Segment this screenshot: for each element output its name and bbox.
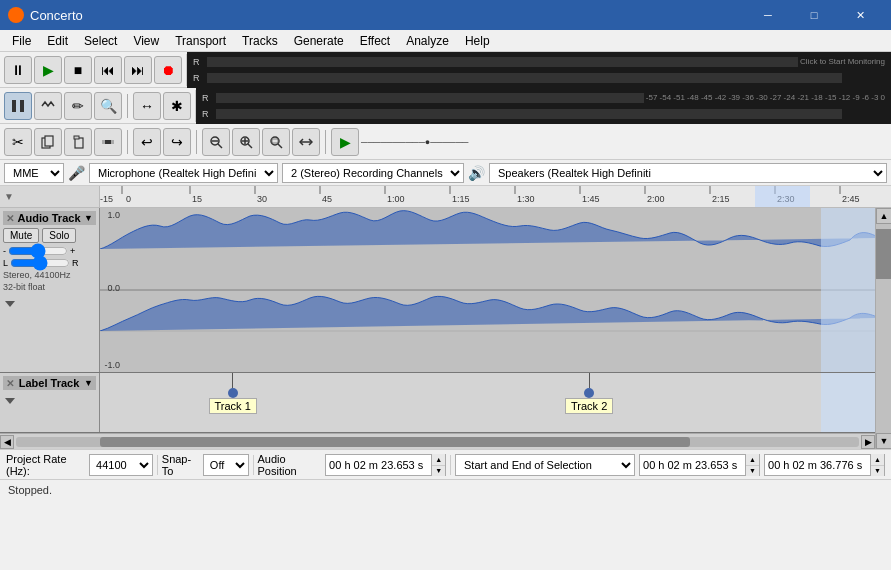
menu-edit[interactable]: Edit [39, 32, 76, 50]
hscroll-thumb[interactable] [100, 437, 690, 447]
play-button[interactable]: ▶ [34, 56, 62, 84]
record-button[interactable]: ⏺ [154, 56, 182, 84]
undo-button[interactable]: ↩ [133, 128, 161, 156]
label2-text[interactable]: Track 2 [565, 398, 613, 414]
tb-sep3 [196, 130, 197, 154]
bottom-controls: Project Rate (Hz): 44100 Snap-To Off Aud… [0, 449, 891, 479]
solo-button[interactable]: Solo [42, 228, 76, 243]
channels-select[interactable]: 2 (Stereo) Recording Channels [282, 163, 464, 183]
menu-transport[interactable]: Transport [167, 32, 234, 50]
zoom-tool-button[interactable]: 🔍 [94, 92, 122, 120]
toolbar-row1: ⏸ ▶ ■ ⏮ ⏭ ⏺ R Click to Start Monitoring … [0, 52, 891, 88]
api-select[interactable]: MME [4, 163, 64, 183]
label1-dot[interactable] [228, 388, 238, 398]
zoom-sel-button[interactable] [262, 128, 290, 156]
menu-file[interactable]: File [4, 32, 39, 50]
hscroll-track[interactable] [16, 437, 859, 447]
cut-button[interactable]: ✂ [4, 128, 32, 156]
svg-rect-7 [105, 140, 111, 144]
project-rate-select[interactable]: 44100 [89, 454, 153, 476]
label-track-2: Track 2 [565, 373, 613, 432]
hscroll-right-btn[interactable]: ▶ [861, 435, 875, 449]
close-button[interactable]: ✕ [837, 0, 883, 30]
menu-view[interactable]: View [125, 32, 167, 50]
menu-analyze[interactable]: Analyze [398, 32, 457, 50]
audio-pos-input[interactable]: ▲ ▼ [325, 454, 446, 476]
svg-rect-3 [45, 136, 53, 146]
vscroll-down-btn[interactable]: ▼ [876, 433, 891, 449]
bc-sep3 [450, 455, 451, 475]
hscroll-left-btn[interactable]: ◀ [0, 435, 14, 449]
zoom-fit-button[interactable] [292, 128, 320, 156]
pan-slider[interactable] [10, 258, 70, 268]
label-selection-overlay [821, 373, 875, 432]
label-track-close[interactable]: ✕ [6, 378, 14, 389]
zoom-out-button[interactable] [202, 128, 230, 156]
trim-button[interactable] [94, 128, 122, 156]
audio-pos-field[interactable] [326, 459, 431, 471]
svg-text:0: 0 [126, 194, 131, 204]
mute-solo-row: Mute Solo [3, 228, 96, 243]
envelope-tool-button[interactable] [34, 92, 62, 120]
menu-select[interactable]: Select [76, 32, 125, 50]
sel-end-up[interactable]: ▲ [871, 454, 884, 465]
multi-tool-button[interactable]: ✱ [163, 92, 191, 120]
label-waveform[interactable]: Track 1 Track 2 [100, 373, 875, 432]
play-green-button[interactable]: ▶ [331, 128, 359, 156]
mute-button[interactable]: Mute [3, 228, 39, 243]
menu-help[interactable]: Help [457, 32, 498, 50]
gain-max-label: + [70, 246, 75, 256]
selection-tool-button[interactable] [4, 92, 32, 120]
device-row: MME 🎤 Microphone (Realtek High Defini 2 … [0, 160, 891, 186]
selection-mode-select[interactable]: Start and End of Selection [455, 454, 635, 476]
sel-start-field[interactable] [640, 459, 745, 471]
svg-text:45: 45 [322, 194, 332, 204]
skip-end-button[interactable]: ⏭ [124, 56, 152, 84]
track-collapse-btn[interactable] [3, 297, 96, 314]
svg-text:30: 30 [257, 194, 267, 204]
audio-waveform[interactable]: 1.0 0.0 -1.0 [100, 208, 875, 372]
sel-end-field[interactable] [765, 459, 870, 471]
sel-start-input[interactable]: ▲ ▼ [639, 454, 760, 476]
draw-tool-button[interactable]: ✏ [64, 92, 92, 120]
sel-start-down[interactable]: ▼ [746, 465, 759, 476]
menu-generate[interactable]: Generate [286, 32, 352, 50]
pause-button[interactable]: ⏸ [4, 56, 32, 84]
vscroll-thumb[interactable] [876, 229, 891, 279]
label-track-header: ✕ Label Track ▼ [3, 376, 96, 390]
speaker-select[interactable]: Speakers (Realtek High Definiti [489, 163, 887, 183]
redo-button[interactable]: ↪ [163, 128, 191, 156]
svg-line-12 [248, 144, 252, 148]
vscroll-track[interactable] [876, 224, 891, 433]
vu-meters[interactable]: R Click to Start Monitoring R placeholde… [187, 52, 891, 88]
timeshift-tool-button[interactable]: ↔ [133, 92, 161, 120]
copy-button[interactable] [34, 128, 62, 156]
audio-track-close[interactable]: ✕ [6, 213, 14, 224]
paste-button[interactable] [64, 128, 92, 156]
audio-track-controls: ✕ Audio Track ▼ Mute Solo - + L [0, 208, 100, 372]
skip-start-button[interactable]: ⏮ [94, 56, 122, 84]
maximize-button[interactable]: □ [791, 0, 837, 30]
minimize-button[interactable]: ─ [745, 0, 791, 30]
snap-to-select[interactable]: Off [203, 454, 249, 476]
svg-text:15: 15 [192, 194, 202, 204]
menu-effect[interactable]: Effect [352, 32, 398, 50]
label2-dot[interactable] [584, 388, 594, 398]
label-track-collapse[interactable] [3, 394, 96, 411]
audio-pos-down[interactable]: ▼ [432, 465, 445, 476]
sel-start-up[interactable]: ▲ [746, 454, 759, 465]
vscroll-up-btn[interactable]: ▲ [876, 208, 891, 224]
tb-sep4 [325, 130, 326, 154]
label-track-dropdown[interactable]: ▼ [84, 378, 93, 388]
zoom-in-button[interactable] [232, 128, 260, 156]
audio-pos-up[interactable]: ▲ [432, 454, 445, 465]
sel-end-down[interactable]: ▼ [871, 465, 884, 476]
audio-track-dropdown[interactable]: ▼ [84, 213, 93, 223]
mic-select[interactable]: Microphone (Realtek High Defini [89, 163, 278, 183]
stop-button[interactable]: ■ [64, 56, 92, 84]
timeline-ruler: ▼ -15 0 15 30 45 1:00 1:15 1:30 [0, 186, 891, 208]
label1-text[interactable]: Track 1 [209, 398, 257, 414]
svg-rect-1 [20, 100, 24, 112]
sel-end-input[interactable]: ▲ ▼ [764, 454, 885, 476]
menu-tracks[interactable]: Tracks [234, 32, 286, 50]
